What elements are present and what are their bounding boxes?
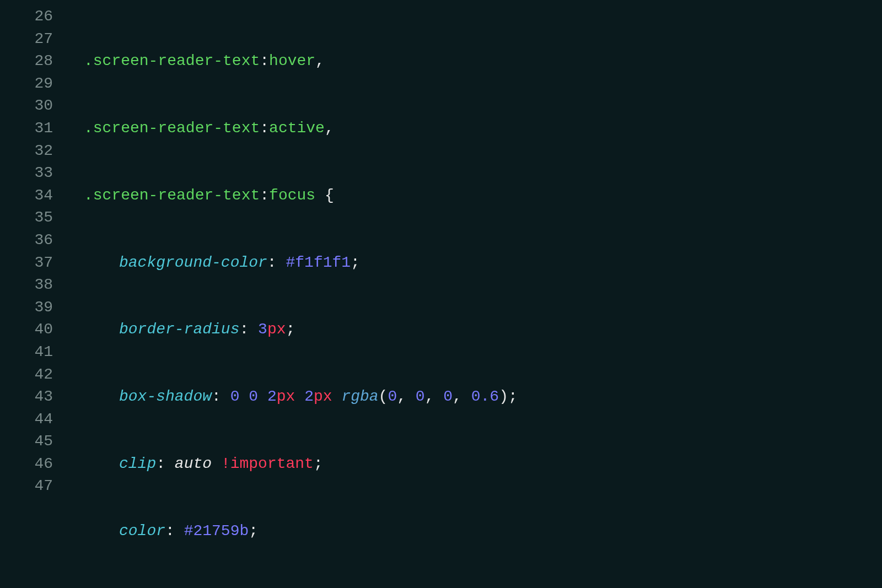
css-pseudo: hover <box>269 52 315 69</box>
css-number: 0 <box>249 388 258 405</box>
line-number: 44 <box>0 408 53 431</box>
css-pseudo: focus <box>269 187 315 204</box>
line-number: 35 <box>0 207 53 229</box>
css-function: rgba <box>341 388 378 405</box>
line-number: 43 <box>0 386 53 408</box>
css-property: border-radius <box>119 321 239 338</box>
line-number: 27 <box>0 28 53 51</box>
css-number: 0.6 <box>471 388 499 405</box>
css-number: 2 <box>267 388 277 405</box>
line-number: 46 <box>0 453 53 476</box>
line-number: 47 <box>0 475 53 498</box>
code-line[interactable]: .screen-reader-text:hover, <box>66 50 882 73</box>
code-line[interactable]: .screen-reader-text:active, <box>66 117 882 140</box>
code-line[interactable]: .screen-reader-text:focus { <box>66 185 882 207</box>
line-number: 42 <box>0 364 53 386</box>
css-property: clip <box>119 455 156 472</box>
line-number: 41 <box>0 341 53 364</box>
css-value: auto <box>175 455 212 472</box>
css-pseudo: active <box>269 120 325 137</box>
line-number: 39 <box>0 296 53 319</box>
line-number: 29 <box>0 73 53 95</box>
css-hex: #f1f1f1 <box>286 254 351 271</box>
css-hex: #21759b <box>184 522 249 540</box>
line-number: 33 <box>0 162 53 185</box>
line-number: 37 <box>0 252 53 274</box>
line-number: 26 <box>0 6 53 28</box>
code-line[interactable]: background-color: #f1f1f1; <box>66 252 882 274</box>
code-line[interactable]: clip: auto !important; <box>66 453 882 476</box>
css-number: 3 <box>258 321 267 338</box>
open-brace: { <box>325 187 334 204</box>
code-line[interactable]: border-radius: 3px; <box>66 319 882 341</box>
css-selector: .screen-reader-text <box>84 120 260 137</box>
code-line[interactable]: color: #21759b; <box>66 520 882 543</box>
css-unit: px <box>267 321 286 338</box>
css-important: !important <box>221 455 314 472</box>
css-unit: px <box>277 388 295 405</box>
line-number: 30 <box>0 95 53 117</box>
css-unit: px <box>314 388 332 405</box>
line-number: 28 <box>0 50 53 73</box>
code-editor[interactable]: 26 27 28 29 30 31 32 33 34 35 36 37 38 3… <box>0 6 882 588</box>
code-content[interactable]: .screen-reader-text:hover, .screen-reade… <box>66 6 882 588</box>
css-number: 2 <box>304 388 314 405</box>
line-number: 40 <box>0 319 53 341</box>
line-number: 32 <box>0 140 53 163</box>
css-selector: .screen-reader-text <box>84 187 260 204</box>
css-number: 0 <box>443 388 453 405</box>
line-number: 38 <box>0 274 53 296</box>
css-number: 0 <box>230 388 240 405</box>
css-number: 0 <box>388 388 397 405</box>
line-number-gutter: 26 27 28 29 30 31 32 33 34 35 36 37 38 3… <box>0 6 66 588</box>
css-property: color <box>119 522 165 540</box>
line-number: 34 <box>0 185 53 207</box>
line-number: 45 <box>0 430 53 453</box>
css-property: box-shadow <box>119 388 212 405</box>
code-line[interactable]: box-shadow: 0 0 2px 2px rgba(0, 0, 0, 0.… <box>66 386 882 408</box>
css-selector: .screen-reader-text <box>84 52 260 69</box>
css-number: 0 <box>416 388 425 405</box>
line-number: 36 <box>0 229 53 252</box>
css-property: background-color <box>119 254 267 271</box>
line-number: 31 <box>0 117 53 140</box>
